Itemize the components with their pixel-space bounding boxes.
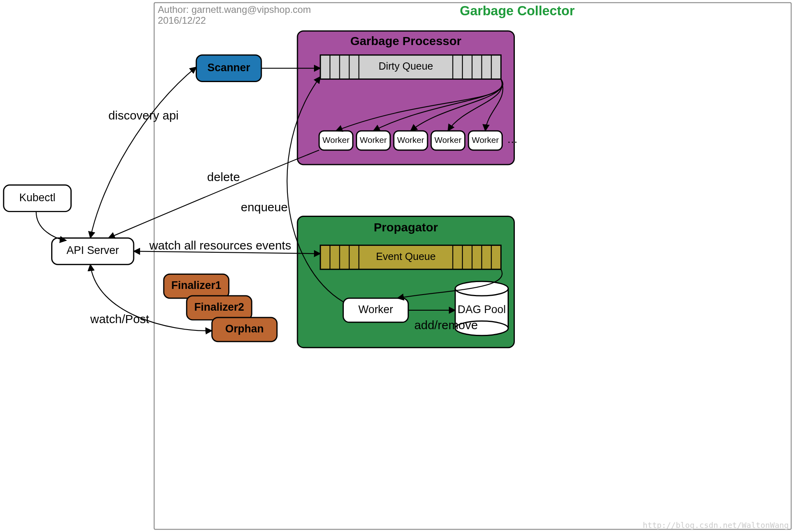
- gp-workers: Worker Worker Worker Worker Worker …: [319, 131, 518, 150]
- edge-discovery-api: [90, 67, 196, 238]
- dirty-queue-label: Dirty Queue: [378, 60, 433, 72]
- scanner-label: Scanner: [207, 62, 250, 74]
- gp-worker-0: Worker: [319, 131, 353, 150]
- svg-text:Worker: Worker: [397, 135, 424, 144]
- edge-kubectl-apiserver: [36, 212, 66, 241]
- dirty-queue: Dirty Queue: [320, 55, 501, 79]
- gp-worker-4: Worker: [469, 131, 502, 150]
- orphan-label: Orphan: [225, 323, 264, 335]
- propagator-title: Propagator: [374, 221, 438, 234]
- gc-title: Garbage Collector: [460, 3, 574, 18]
- gp-worker-1: Worker: [357, 131, 390, 150]
- dag-pool-label: DAG Pool: [458, 303, 506, 315]
- edge-enqueue-label: enqueue: [241, 200, 287, 214]
- edge-discovery-api-label: discovery api: [108, 109, 179, 122]
- edge-watch-post-label: watch/Post: [90, 312, 149, 326]
- watermark: http://blog.csdn.net/WaltonWang: [643, 521, 789, 530]
- finalizer2-label: Finalizer2: [194, 301, 244, 313]
- api-server-label: API Server: [66, 244, 119, 256]
- finalizer1-label: Finalizer1: [171, 279, 221, 291]
- event-queue-label: Event Queue: [376, 251, 436, 262]
- svg-text:Worker: Worker: [472, 135, 499, 144]
- diagram-canvas: Garbage Collector Author: garnett.wang@v…: [0, 0, 793, 532]
- gp-worker-2: Worker: [394, 131, 427, 150]
- edge-add-remove-label: add/remove: [414, 318, 478, 332]
- svg-text:Worker: Worker: [360, 135, 387, 144]
- edge-delete-label: delete: [207, 170, 240, 184]
- gp-title: Garbage Processor: [350, 34, 461, 47]
- author-line: Author: garnett.wang@vipshop.com: [158, 4, 311, 15]
- svg-text:Worker: Worker: [434, 135, 461, 144]
- kubectl-label: Kubectl: [19, 192, 56, 204]
- gp-worker-3: Worker: [431, 131, 465, 150]
- svg-text:Worker: Worker: [322, 135, 349, 144]
- date-line: 2016/12/22: [158, 15, 206, 26]
- prop-worker-label: Worker: [358, 303, 393, 315]
- edge-watch-all-label: watch all resources events: [149, 239, 291, 252]
- event-queue: Event Queue: [320, 245, 501, 269]
- gp-ellipsis: …: [507, 133, 518, 145]
